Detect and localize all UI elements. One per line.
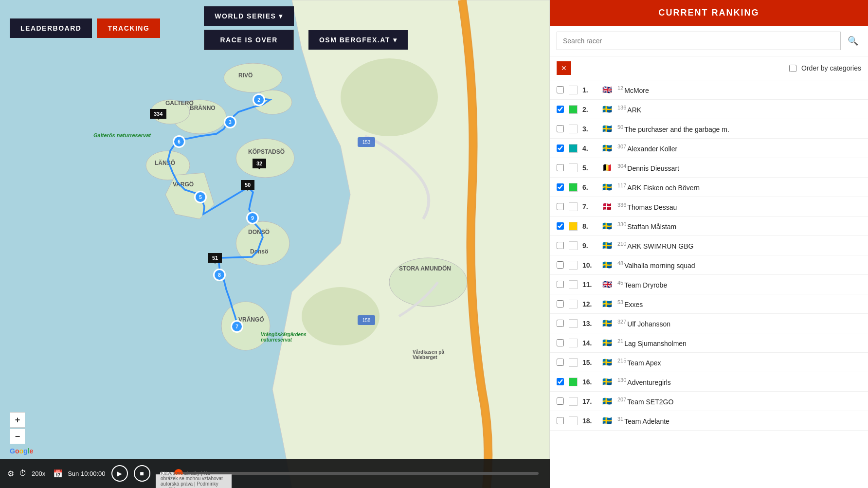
racer-color-15 [569, 378, 578, 386]
racer-row[interactable]: 8. 🇸🇪 330Staffan Målstam [550, 217, 868, 236]
zoom-controls: + − [10, 412, 25, 444]
racer-color-13 [569, 339, 578, 347]
right-panel: CURRENT RANKING 🔍 ✕ Order by categories … [550, 0, 868, 488]
racer-row[interactable]: 17. 🇸🇪 207Team SET2GO [550, 392, 868, 411]
racer-flag-9: 🇸🇪 [602, 261, 613, 269]
search-input[interactable] [557, 32, 841, 50]
racer-list[interactable]: 1. 🇬🇧 12McMore 2. 🇸🇪 136ARK 3. 🇸🇪 50The … [550, 80, 868, 488]
filter-label[interactable]: Order by categories [801, 64, 861, 72]
racer-checkbox-17[interactable] [557, 417, 564, 424]
racer-checkbox-10[interactable] [557, 281, 564, 288]
racer-color-5 [569, 183, 578, 192]
racer-color-2 [569, 125, 578, 133]
stop-button[interactable]: ■ [134, 465, 150, 482]
racer-row[interactable]: 13. 🇸🇪 327Ulf Johansson [550, 314, 868, 333]
zoom-out-button[interactable]: − [10, 429, 25, 444]
filter-bar: ✕ Order by categories [550, 56, 868, 80]
racer-rank-17: 18. [582, 417, 597, 425]
search-bar: 🔍 [550, 26, 868, 56]
racer-name-2: 50The purchaser and the garbage m. [617, 124, 729, 133]
racer-checkbox-5[interactable] [557, 183, 564, 191]
racer-checkbox-0[interactable] [557, 86, 564, 93]
racer-color-3 [569, 144, 578, 153]
marker-label-51[interactable]: 51 [208, 253, 222, 263]
racer-color-16 [569, 397, 578, 406]
marker-9[interactable]: 9 [246, 212, 259, 224]
marker-3[interactable]: 3 [224, 116, 236, 128]
racer-checkbox-16[interactable] [557, 398, 564, 405]
racer-flag-15: 🇸🇪 [602, 378, 613, 386]
racer-checkbox-13[interactable] [557, 339, 564, 346]
racer-row[interactable]: 12. 🇸🇪 53Exxes [550, 294, 868, 314]
marker-6[interactable]: 6 [173, 135, 185, 148]
racer-row[interactable]: 4. 🇸🇪 307Alexander Koller [550, 139, 868, 158]
marker-5[interactable]: 5 [194, 191, 207, 203]
racer-row[interactable]: 7. 🇩🇰 336Thomas Dessau [550, 197, 868, 217]
racer-color-8 [569, 241, 578, 250]
racer-checkbox-3[interactable] [557, 145, 564, 152]
racer-name-0: 12McMore [617, 85, 649, 94]
racer-checkbox-15[interactable] [557, 378, 564, 385]
racer-row[interactable]: 16. 🇸🇪 130Adventuregirls [550, 372, 868, 392]
racer-row[interactable]: 6. 🇸🇪 117ARK Fisken och Bövern [550, 178, 868, 197]
racer-row[interactable]: 14. 🇸🇪 21Lag Sjumansholmen [550, 333, 868, 353]
marker-label-50[interactable]: 50 [241, 180, 254, 190]
racer-row[interactable]: 1. 🇬🇧 12McMore [550, 80, 868, 100]
racer-checkbox-9[interactable] [557, 261, 564, 269]
race-over-button[interactable]: RACE IS OVER [204, 30, 294, 50]
racer-row[interactable]: 2. 🇸🇪 136ARK [550, 100, 868, 119]
filter-icon[interactable]: ✕ [557, 61, 571, 75]
leaderboard-button[interactable]: LEADERBOARD [10, 18, 92, 38]
racer-checkbox-6[interactable] [557, 203, 564, 210]
search-button[interactable]: 🔍 [845, 33, 861, 49]
racer-row[interactable]: 9. 🇸🇪 210ARK SWIMRUN GBG [550, 236, 868, 255]
racer-checkbox-1[interactable] [557, 106, 564, 113]
racer-color-12 [569, 319, 578, 328]
racer-row[interactable]: 15. 🇸🇪 215Team Apex [550, 353, 868, 372]
play-button[interactable]: ▶ [111, 465, 128, 482]
racer-row[interactable]: 10. 🇸🇪 48Valhalla morning squad [550, 255, 868, 275]
marker-8[interactable]: 8 [213, 269, 226, 281]
racer-checkbox-2[interactable] [557, 125, 564, 132]
svg-point-6 [236, 139, 294, 178]
racer-color-11 [569, 300, 578, 308]
racer-name-17: 31Team Adelante [617, 416, 669, 425]
racer-row[interactable]: 18. 🇸🇪 31Team Adelante [550, 411, 868, 431]
svg-point-10 [221, 302, 270, 350]
marker-7[interactable]: 7 [231, 320, 243, 333]
racer-name-1: 136ARK [617, 105, 641, 114]
racer-rank-5: 6. [582, 183, 597, 191]
racer-checkbox-4[interactable] [557, 164, 564, 171]
racer-checkbox-8[interactable] [557, 242, 564, 249]
racer-row[interactable]: 11. 🇬🇧 45Team Dryrobe [550, 275, 868, 294]
racer-rank-14: 15. [582, 359, 597, 366]
zoom-in-button[interactable]: + [10, 412, 25, 428]
map-area[interactable]: 153 158 RIVÖ BRÄNNO GALTERO KÖPSTADSÖ LÄ… [0, 0, 550, 488]
svg-text:158: 158 [362, 318, 371, 323]
filter-checkbox[interactable] [789, 65, 796, 72]
osm-button[interactable]: OSM BERGFEX.AT ▾ [308, 30, 408, 50]
world-series-button[interactable]: WORLD SERIES ▾ [204, 6, 294, 26]
racer-flag-5: 🇸🇪 [602, 183, 613, 191]
calendar-icon: 📅 [53, 469, 63, 478]
racer-checkbox-14[interactable] [557, 359, 564, 366]
tracking-button[interactable]: TRACKING [97, 18, 160, 38]
racer-rank-3: 4. [582, 145, 597, 152]
marker-2[interactable]: 2 [253, 93, 265, 106]
racer-checkbox-12[interactable] [557, 320, 564, 327]
marker-334[interactable]: 334 [150, 109, 166, 119]
racer-name-3: 307Alexander Koller [617, 144, 677, 153]
racer-flag-6: 🇩🇰 [602, 203, 613, 211]
racer-rank-15: 16. [582, 378, 597, 386]
racer-row[interactable]: 5. 🇧🇪 304Dennis Dieussart [550, 158, 868, 178]
racer-color-0 [569, 86, 578, 94]
racer-name-5: 117ARK Fisken och Bövern [617, 182, 700, 192]
racer-row[interactable]: 3. 🇸🇪 50The purchaser and the garbage m. [550, 119, 868, 139]
racer-flag-10: 🇬🇧 [602, 281, 613, 289]
racer-color-1 [569, 105, 578, 114]
racer-flag-17: 🇸🇪 [602, 417, 613, 425]
racer-checkbox-7[interactable] [557, 222, 564, 230]
panel-title: CURRENT RANKING [659, 8, 760, 18]
racer-checkbox-11[interactable] [557, 300, 564, 307]
marker-label-32[interactable]: 32 [253, 159, 266, 168]
